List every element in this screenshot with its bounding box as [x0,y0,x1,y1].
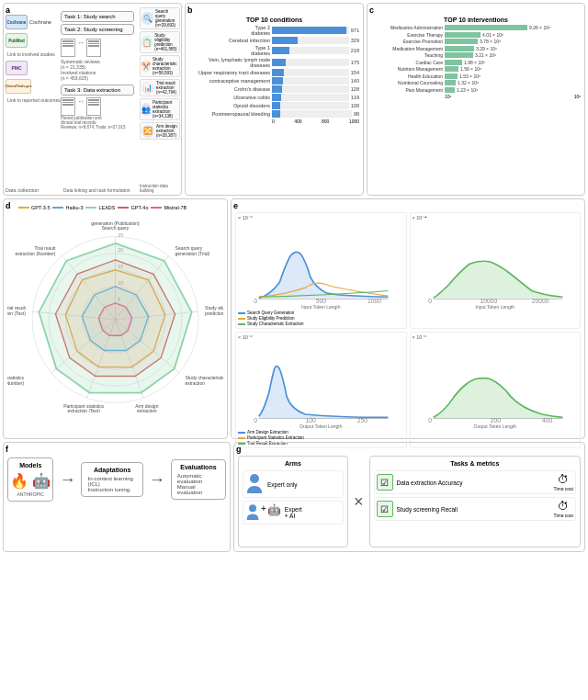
bar-contraceptive: contraceptive management 140 [189,77,359,85]
svg-text:250: 250 [357,417,368,423]
svg-text:Search query: Search query [175,246,203,251]
svg-text:10000: 10000 [480,298,497,303]
dist-chart-2: × 10⁻⁴ 0 10000 20000 Input Token Length [410,212,582,329]
characteristic-task: ✂️ Study characteristicextraction(n=58,5… [140,55,180,77]
svg-text:Participant statistics: Participant statistics [63,404,104,409]
dist3-xlabel: Output Token Length [238,423,404,429]
section-c-label: c [369,6,374,15]
link-involved: Link to involved studies [7,51,61,57]
time-icon-2: ⏱ Time cost [554,500,573,518]
ct-logo: ClinicalTrials.gov [6,79,31,94]
intervention-bar-3: Exercise Promotion 3.78 × 10³ [371,39,581,44]
trial-result-task: 📊 Trial resultextraction(n=42,794) [140,79,180,96]
eligibility-label: Study eligibilityprediction(n=461,585) [154,33,178,51]
expert-icon-1 [245,473,264,495]
svg-text:Trial result: Trial result [34,246,56,251]
section-a-label: a [6,6,10,15]
dist4-svg: 0 200 400 [413,340,579,423]
expert-only-label: Expert only [267,481,298,488]
radar-chart: .radar-grid { fill: none; stroke: #ccc; … [7,210,223,412]
ai-icon: 🤖 [267,503,281,522]
link-outcomes: Link to reported outcomes [7,97,61,103]
svg-marker-23 [39,243,191,393]
participant-icon: 👥 [141,103,151,116]
adaptations-box: Adaptations In-context learning (ICL) In… [81,462,142,497]
intervention-bar-7: Nutrition Management 1.56 × 10³ [371,66,581,72]
participant-label: Participant statisticsextraction(n=34,13… [153,100,178,119]
bar-postmeno: Postmenopausal bleeding 98 [189,110,359,118]
expert-ai-label: Expert+ AI [285,506,302,519]
intervention-bar-4: Medication Management 3.29 × 10³ [371,46,581,51]
intervention-bar-8: Health Education 1.53 × 10³ [371,73,581,79]
study-screening-text: Study screening Recall [397,506,550,513]
svg-text:extraction: extraction [137,409,157,412]
arms-box: Arms Expert only [238,456,348,548]
c-axis: 10¹ 10³ [371,94,581,99]
svg-text:200: 200 [490,417,501,423]
interventions-chart: TOP 10 interventions Medication Administ… [371,17,581,99]
checklist-icon: ☑ [377,474,393,491]
arrow-1: → [59,470,75,490]
bar-crohns: Crohn's disease 128 [189,85,359,93]
intervention-bar-5: Teaching 3.21 × 10³ [371,52,581,58]
search-query-task: 🔍 Search querygeneration(n=29,693) [140,7,180,29]
section-g-label: g [236,445,242,454]
svg-text:extraction (Number): extraction (Number) [16,252,56,256]
bar-upper-resp: Upper respiratory tract diseases 154 [189,69,359,76]
intervention-bar-6: Cardiac Care 1.98 × 10³ [371,60,581,65]
dist-chart-3: × 10⁻² 0 100 250 Output Token Length [235,332,407,448]
anthropic-logo: 🔥 [10,472,28,490]
data-extraction-task: ☑ Data extraction Accuracy ⏱ Time cost [374,470,576,494]
arm-task: 🔀 Arm designextraction(n=26,387) [140,122,180,140]
task2-box: Task 2: Study screening [61,24,134,35]
evaluations-box: Evaluations Automatic evaluation Manual … [171,459,226,500]
trial-result-label: Trial resultextraction(n=42,794) [156,81,176,95]
b-axis-labels: 0 400 800 1000 [189,119,359,124]
doc-icon-3 [61,97,75,116]
intervention-bar-9: Nutritional Counseling 1.32 × 10³ [371,80,581,85]
checklist-icon-2: ☑ [377,501,393,517]
intervention-bar-2: Exercise Therapy 4.01 × 10³ [371,32,581,38]
data-collection-label: Data collection [6,187,39,193]
conditions-title: TOP 10 conditions [189,17,359,23]
section-d-label: d [6,201,11,210]
svg-text:500: 500 [316,298,327,303]
dist4-xlabel: Output Token Length [413,423,579,429]
pmc-logo: PMC [6,61,28,75]
expert-ai-item: + 🤖 Expert+ AI [243,501,344,525]
g-inner: Arms Expert only [238,456,581,548]
svg-point-58 [250,474,259,483]
dist-chart-4: × 10⁻² 0 200 400 Output Token Length [410,332,582,448]
instruction-label: Instruction data building [140,184,181,193]
dist-grid: × 10⁻² 0 500 1000 Input Toke [235,212,581,435]
svg-text:100: 100 [305,417,316,423]
svg-point-59 [249,504,256,512]
conditions-chart: TOP 10 conditions Type 2diabetes 971 Cer… [189,17,359,124]
data-linking-label: Data linking and task formulation [63,187,130,193]
arm-label: Arm designextraction(n=26,387) [156,124,177,138]
dist3-svg: 0 100 250 [238,340,404,423]
svg-text:0: 0 [428,417,432,423]
svg-text:400: 400 [541,417,552,423]
svg-text:Study eligibility: Study eligibility [205,306,223,310]
panel-c: c TOP 10 interventions Medication Admini… [367,3,585,196]
flow-f-container: Models 🔥 🤖 ANTHROPIC → Adaptations In-co… [7,457,226,502]
panel-g: g Arms Expert only [233,442,585,552]
svg-text:extraction (Text): extraction (Text) [67,409,100,412]
svg-text:1000: 1000 [368,298,381,303]
characteristic-icon: ✂️ [141,60,151,73]
models-box: Models 🔥 🤖 ANTHROPIC [7,457,53,502]
svg-text:0: 0 [428,298,432,303]
model-logos: 🔥 🤖 [14,472,47,490]
evaluation-1: Automatic evaluation [177,473,220,484]
arm-icon: 🔀 [141,125,154,138]
openai-logo: 🤖 [32,472,51,490]
svg-text:Search query: Search query [102,226,130,231]
dist2-xlabel: Input Token Length [413,304,579,310]
cochrane-db: Cochrane Cochrane [6,15,61,29]
svg-text:Participant statistics: Participant statistics [7,376,25,380]
svg-text:Trial result: Trial result [7,306,26,310]
task1-box: Task 1: Study search [61,11,134,22]
svg-text:generation (Publication): generation (Publication) [91,221,140,226]
bar-opioid: Opioid disorders 108 [189,102,359,109]
